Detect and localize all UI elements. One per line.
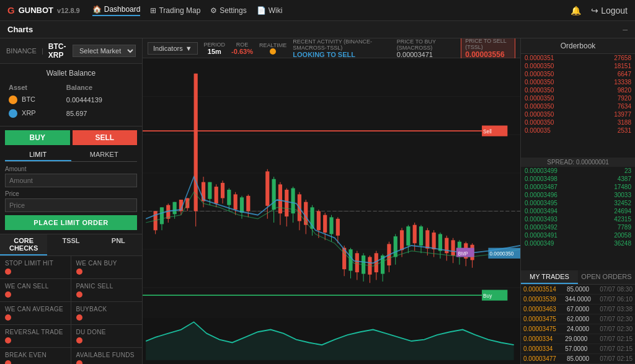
check-can-sell-dot bbox=[5, 291, 11, 298]
realtime-indicator-dot bbox=[270, 48, 276, 55]
amount-input[interactable] bbox=[5, 174, 137, 187]
ask-row: 0.000035013338 bbox=[521, 78, 635, 86]
activity-box: RECENT ACTIVITY (BINANCE-SMACROSS-TSSL) … bbox=[293, 38, 391, 58]
svg-text:0.0000350: 0.0000350 bbox=[489, 250, 513, 257]
trade-row: 0.00003463 67.0000 07/07 03:38 bbox=[521, 304, 635, 314]
svg-rect-161 bbox=[425, 230, 429, 249]
check-break-even-label: BREAK EVEN bbox=[5, 352, 66, 358]
pair-label: BTC-XRP bbox=[48, 42, 68, 60]
btc-icon bbox=[9, 95, 17, 104]
check-panic-sell-label: PANIC SELL bbox=[76, 283, 138, 290]
realtime-label: REALTIME bbox=[259, 42, 286, 48]
ask-row: 0.00003507634 bbox=[521, 102, 635, 110]
sell-button[interactable]: SELL bbox=[73, 130, 138, 145]
svg-rect-131 bbox=[329, 217, 333, 234]
logo-icon: G bbox=[7, 5, 15, 16]
check-du-done: DU DONE bbox=[71, 325, 143, 348]
ask-row: 0.000035013977 bbox=[521, 110, 635, 118]
tab-open-orders[interactable]: OPEN ORDERS bbox=[578, 270, 635, 284]
xrp-icon bbox=[9, 109, 17, 118]
bid-row: 0.0000349630033 bbox=[521, 191, 635, 199]
ask-row: 0.000035127658 bbox=[521, 54, 635, 62]
period-box: PERIOD 15m bbox=[204, 42, 226, 55]
indicators-button[interactable]: Indicators ▼ bbox=[148, 42, 198, 55]
tab-my-trades[interactable]: MY TRADES bbox=[521, 270, 578, 284]
market-select[interactable]: Select Market bbox=[73, 45, 136, 57]
check-can-sell: WE CAN SELL bbox=[0, 279, 71, 302]
svg-rect-81 bbox=[194, 74, 198, 211]
btc-asset: BTC bbox=[6, 94, 63, 106]
tab-core-checks[interactable]: CORE CHECKS bbox=[0, 234, 47, 255]
price-label: Price bbox=[5, 190, 137, 197]
bid-row: 0.000034927789 bbox=[521, 223, 635, 231]
check-panic-sell-dot bbox=[76, 291, 82, 298]
trade-row: 0.00003475 62.0000 07/07 02:30 bbox=[521, 314, 635, 324]
balance-header: Balance bbox=[64, 82, 136, 92]
trade-row: 0.00003475 24.0000 07/07 02:30 bbox=[521, 324, 635, 334]
place-order-button[interactable]: PLACE LIMIT ORDER bbox=[5, 215, 137, 230]
orderbook-panel: Orderbook 0.000035127658 0.000035018151 … bbox=[520, 38, 635, 364]
svg-rect-117 bbox=[285, 190, 288, 216]
price-buy-label: PRICE TO BUY (SMACROSS) bbox=[397, 38, 455, 51]
price-group: Price bbox=[5, 190, 137, 212]
tab-tssl[interactable]: TSSL bbox=[47, 234, 94, 255]
check-available-funds-dot bbox=[76, 360, 82, 364]
price-input[interactable] bbox=[5, 198, 137, 212]
tab-pnl[interactable]: PNL bbox=[95, 234, 142, 255]
core-checks-tabs: CORE CHECKS TSSL PNL bbox=[0, 234, 142, 256]
trade-row: 0.00003539 344.0000 07/07 06:10 bbox=[521, 295, 635, 304]
trade-row: 0.0000334 29.0000 07/07 02:15 bbox=[521, 334, 635, 344]
minimize-button[interactable]: ─ bbox=[623, 26, 628, 33]
chart-area[interactable]: Sell Buy bbox=[143, 58, 520, 364]
charts-title: Charts bbox=[7, 25, 33, 34]
xrp-balance: 85.697 bbox=[64, 107, 136, 120]
trades-tabs: MY TRADES OPEN ORDERS bbox=[521, 270, 635, 285]
notification-icon[interactable]: 🔔 bbox=[571, 6, 581, 16]
nav-trading-map[interactable]: ⊞ Trading Map bbox=[150, 6, 200, 15]
check-available-funds: AVAILABLE FUNDS bbox=[71, 348, 143, 364]
wallet-section: Wallet Balance Asset Balance BTC 0.00444… bbox=[0, 64, 142, 127]
check-break-even-dot bbox=[5, 360, 11, 364]
ask-row: 0.00003506647 bbox=[521, 70, 635, 78]
period-value: 15m bbox=[208, 48, 221, 55]
svg-rect-159 bbox=[419, 226, 423, 246]
nav-wiki[interactable]: 📄 Wiki bbox=[257, 6, 283, 15]
svg-rect-127 bbox=[317, 211, 321, 231]
ask-row: 0.000035018151 bbox=[521, 62, 635, 70]
svg-rect-115 bbox=[278, 184, 282, 213]
svg-rect-155 bbox=[406, 226, 410, 246]
bid-row: 0.000034936248 bbox=[521, 239, 635, 247]
asset-header: Asset bbox=[6, 82, 63, 92]
period-label: PERIOD bbox=[204, 42, 226, 48]
bid-row: 0.000034984387 bbox=[521, 175, 635, 183]
order-type-tabs: LIMIT MARKET bbox=[5, 149, 137, 162]
bid-row: 0.0000348717480 bbox=[521, 183, 635, 191]
nav-dashboard[interactable]: 🏠 Dashboard bbox=[92, 5, 141, 16]
check-du-done-label: DU DONE bbox=[76, 329, 138, 335]
ask-row: 0.0000352531 bbox=[521, 127, 635, 135]
tab-market[interactable]: MARKET bbox=[71, 149, 138, 161]
svg-rect-139 bbox=[355, 253, 359, 272]
svg-rect-89 bbox=[173, 202, 177, 215]
tab-limit[interactable]: LIMIT bbox=[5, 149, 71, 161]
check-break-even: BREAK EVEN bbox=[0, 348, 71, 364]
buysell-section: BUY SELL LIMIT MARKET Amount Price PLACE… bbox=[0, 127, 142, 234]
ask-row: 0.00003503188 bbox=[521, 118, 635, 127]
check-buyback-dot bbox=[76, 314, 82, 321]
svg-rect-97 bbox=[208, 182, 211, 199]
nav-settings[interactable]: ⚙ Settings bbox=[210, 6, 246, 15]
logout-button[interactable]: ↪ Logout bbox=[591, 6, 628, 16]
bid-row: 0.0000349923 bbox=[521, 167, 635, 175]
roe-box: ROE -0.63% bbox=[231, 42, 253, 55]
price-chart: Sell Buy bbox=[143, 58, 520, 364]
svg-rect-133 bbox=[336, 219, 340, 236]
svg-rect-165 bbox=[438, 234, 442, 251]
price-buy-box: PRICE TO BUY (SMACROSS) 0.00003471 bbox=[397, 38, 455, 58]
version-label: v12.8.9 bbox=[57, 7, 80, 14]
svg-rect-99 bbox=[215, 187, 218, 203]
activity-label: RECENT ACTIVITY (BINANCE-SMACROSS-TSSL) bbox=[293, 38, 391, 51]
check-can-buy-label: WE CAN BUY bbox=[76, 260, 138, 267]
roe-label: ROE bbox=[236, 42, 249, 48]
svg-text:BMP: BMP bbox=[458, 251, 468, 257]
buy-button[interactable]: BUY bbox=[5, 130, 70, 145]
